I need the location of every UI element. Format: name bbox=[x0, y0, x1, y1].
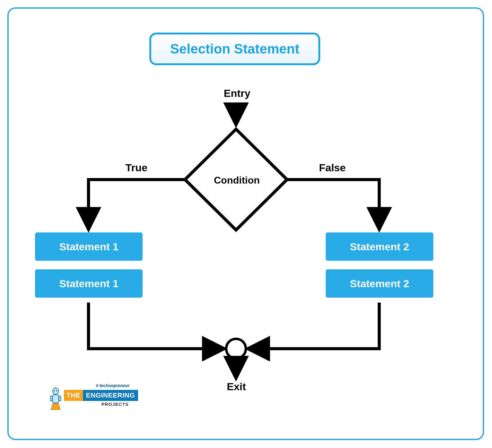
svg-rect-10 bbox=[59, 396, 61, 401]
stmt-text: Statement 1 bbox=[59, 241, 119, 253]
false-statement-2: Statement 2 bbox=[326, 269, 433, 298]
logo-tagline: # technopreneur bbox=[96, 383, 130, 388]
logo-engineering: ENGINEERING bbox=[83, 390, 138, 401]
svg-point-4 bbox=[54, 390, 55, 392]
svg-point-3 bbox=[53, 388, 59, 394]
merge-node bbox=[226, 339, 246, 359]
diagram-frame: Selection Statement Entry Condition True bbox=[7, 7, 484, 440]
exit-label: Exit bbox=[227, 381, 246, 393]
stmt-text: Statement 1 bbox=[59, 278, 119, 290]
logo-the: THE bbox=[64, 390, 83, 401]
svg-point-5 bbox=[56, 390, 58, 392]
false-label: False bbox=[319, 162, 346, 174]
title-text: Selection Statement bbox=[170, 41, 300, 57]
title-box: Selection Statement bbox=[149, 33, 320, 65]
false-statement-1: Statement 2 bbox=[326, 232, 433, 261]
svg-rect-9 bbox=[50, 396, 52, 401]
robot-icon bbox=[49, 387, 63, 410]
true-label: True bbox=[125, 162, 148, 174]
true-statement-2: Statement 1 bbox=[35, 269, 143, 298]
svg-point-7 bbox=[55, 387, 56, 387]
svg-rect-8 bbox=[53, 395, 59, 403]
brand-logo: # technopreneur THE ENGINEERING PROJECTS bbox=[49, 383, 141, 414]
stmt-text: Statement 2 bbox=[350, 278, 409, 290]
logo-bar: THE ENGINEERING bbox=[64, 390, 138, 401]
logo-projects: PROJECTS bbox=[101, 402, 129, 407]
true-statement-1: Statement 1 bbox=[35, 232, 143, 261]
entry-label: Entry bbox=[224, 87, 250, 99]
flowchart-svg bbox=[9, 9, 485, 441]
condition-label: Condition bbox=[214, 175, 260, 186]
stmt-text: Statement 2 bbox=[350, 241, 409, 253]
